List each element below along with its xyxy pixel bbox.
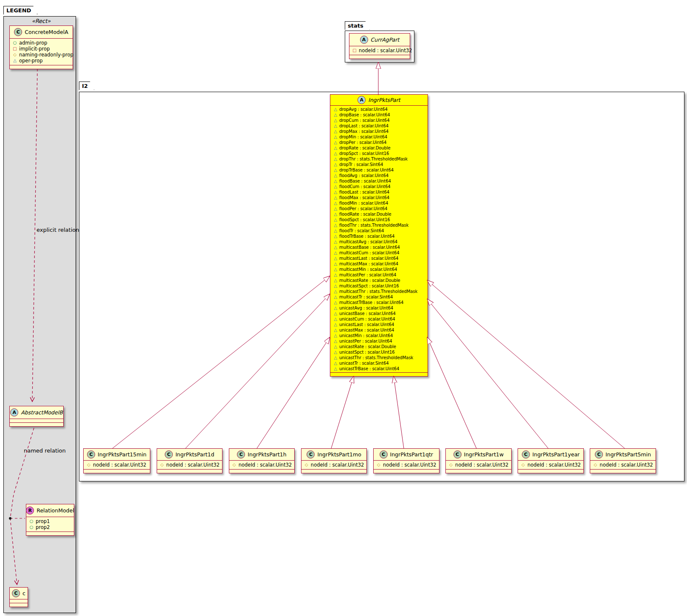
attribute-text: multicastThr : stats.ThresholdedMask bbox=[339, 289, 417, 294]
attribute-row: △ floodTr : scalar.Sint64 bbox=[330, 228, 428, 233]
attribute-text: floodMin : scalar.Uint64 bbox=[339, 200, 388, 206]
attribute-text: multicastRate : scalar.Double bbox=[339, 278, 400, 283]
attribute-compartment: ○ admin-prop □ implicit-prop ◇ naming-re… bbox=[10, 38, 73, 65]
class-name: IngrPktsPart15min bbox=[98, 451, 146, 458]
attribute-row: △ unicastTrBase : scalar.Uint64 bbox=[330, 366, 428, 371]
attribute-text: floodPer : scalar.Uint64 bbox=[339, 206, 387, 211]
class-title: R RelationModel bbox=[26, 504, 74, 517]
triangle-visibility-icon: △ bbox=[333, 295, 338, 299]
class-name: IngrPktsPart1h bbox=[248, 451, 286, 458]
square-visibility-icon: □ bbox=[352, 48, 357, 53]
attribute-compartment bbox=[10, 419, 63, 422]
class-name: CurrAgPart bbox=[371, 37, 400, 43]
attribute-row: □ nodeId : scalar.Uint32 bbox=[349, 48, 410, 53]
triangle-visibility-icon: △ bbox=[333, 312, 338, 316]
attribute-row: ◇ nodeId : scalar.Uint32 bbox=[374, 462, 439, 468]
triangle-visibility-icon: △ bbox=[333, 201, 338, 205]
method-compartment bbox=[10, 65, 73, 69]
attribute-compartment: ○ prop1 ○ prop2 bbox=[26, 517, 74, 532]
attribute-text: unicastThr : stats.ThresholdedMask bbox=[339, 355, 413, 360]
class-name: AbstractModelB bbox=[21, 409, 63, 416]
class-title: A AbstractModelB bbox=[10, 406, 63, 419]
triangle-visibility-icon: △ bbox=[333, 179, 338, 183]
attribute-row: △ multicastPer : scalar.Uint64 bbox=[330, 272, 428, 278]
class-title: C IngrPktsPart15min bbox=[84, 449, 150, 460]
class-spot-icon: C bbox=[237, 450, 245, 458]
attribute-row: △ floodAvg : scalar.Uint64 bbox=[330, 173, 428, 178]
triangle-visibility-icon: △ bbox=[333, 240, 338, 244]
attribute-text: multicastLast : scalar.Uint64 bbox=[339, 256, 398, 261]
attribute-row: △ multicastRate : scalar.Double bbox=[330, 278, 428, 283]
attribute-text: floodThr : stats.ThresholdedMask bbox=[339, 222, 408, 228]
attribute-row: △ unicastMax : scalar.Uint64 bbox=[330, 327, 428, 333]
triangle-visibility-icon: △ bbox=[333, 174, 338, 178]
attribute-compartment: ◇ nodeId : scalar.Uint32 bbox=[374, 460, 439, 469]
child-class-box: C IngrPktsPart1qtr ◇ nodeId : scalar.Uin… bbox=[373, 448, 439, 473]
attribute-text: nodeId : scalar.Uint32 bbox=[455, 462, 509, 468]
class-name: IngrPktsPart1qtr bbox=[390, 451, 433, 458]
attribute-row: △ floodTrBase : scalar.Uint64 bbox=[330, 233, 428, 239]
triangle-visibility-icon: △ bbox=[333, 196, 338, 200]
legend-package-tab: LEGEND bbox=[3, 6, 37, 14]
attribute-row: △ multicastAvg : scalar.Uint64 bbox=[330, 239, 428, 245]
attribute-text: dropSpct : scalar.Uint16 bbox=[339, 151, 389, 156]
class-name: IngrPktsPart1w bbox=[464, 451, 504, 458]
class-spot-icon: C bbox=[307, 450, 315, 458]
attribute-text: floodSpct : scalar.Uint16 bbox=[339, 217, 390, 222]
attribute-text: nodeId : scalar.Uint32 bbox=[166, 462, 220, 468]
attribute-row: △ unicastAvg : scalar.Uint64 bbox=[330, 305, 428, 311]
attribute-row: △ unicastThr : stats.ThresholdedMask bbox=[330, 355, 428, 360]
attribute-text: multicastMin : scalar.Uint64 bbox=[339, 267, 397, 272]
triangle-visibility-icon: △ bbox=[333, 168, 338, 172]
method-compartment bbox=[84, 469, 150, 473]
attribute-row: ◇ nodeId : scalar.Uint32 bbox=[446, 462, 511, 468]
attribute-text: dropPer : scalar.Uint64 bbox=[339, 140, 386, 145]
attribute-text: naming-readonly-prop bbox=[19, 52, 73, 58]
attribute-text: floodLast : scalar.Uint64 bbox=[339, 189, 389, 195]
attribute-row: △ multicastLast : scalar.Uint64 bbox=[330, 256, 428, 261]
class-spot-icon: C bbox=[522, 450, 530, 458]
attribute-text: multicastPer : scalar.Uint64 bbox=[339, 272, 396, 278]
triangle-visibility-icon: △ bbox=[333, 273, 338, 277]
attribute-row: △ dropThr : stats.ThresholdedMask bbox=[330, 156, 428, 162]
attribute-row: △ oper-prop bbox=[10, 58, 73, 64]
attribute-row: △ multicastBase : scalar.Uint64 bbox=[330, 245, 428, 250]
method-compartment bbox=[374, 469, 439, 473]
attribute-row: ◇ nodeId : scalar.Uint32 bbox=[590, 462, 656, 468]
triangle-visibility-icon: △ bbox=[333, 141, 338, 145]
circle-visibility-icon: ○ bbox=[29, 519, 34, 523]
attribute-row: ○ prop1 bbox=[26, 518, 74, 524]
attribute-row: △ multicastThr : stats.ThresholdedMask bbox=[330, 289, 428, 294]
attribute-text: floodAvg : scalar.Uint64 bbox=[339, 173, 389, 178]
triangle-visibility-icon: △ bbox=[333, 107, 338, 112]
method-compartment bbox=[301, 469, 367, 473]
abstract-spot-icon: A bbox=[360, 36, 368, 44]
method-compartment bbox=[229, 469, 295, 473]
attribute-text: floodMax : scalar.Uint64 bbox=[339, 195, 389, 200]
triangle-visibility-icon: △ bbox=[333, 328, 338, 332]
attribute-row: ◇ nodeId : scalar.Uint32 bbox=[301, 462, 367, 468]
class-title: A IngrPktsPart bbox=[330, 95, 428, 105]
attribute-row: △ unicastMin : scalar.Uint64 bbox=[330, 333, 428, 338]
attribute-row: ◇ nodeId : scalar.Uint32 bbox=[157, 462, 222, 468]
method-compartment bbox=[349, 55, 410, 59]
attribute-row: △ floodSpct : scalar.Uint16 bbox=[330, 217, 428, 222]
diamond-visibility-icon: ◇ bbox=[376, 463, 381, 467]
attribute-row: ◇ nodeId : scalar.Uint32 bbox=[229, 462, 295, 468]
abstract-spot-icon: A bbox=[358, 96, 366, 104]
method-compartment bbox=[590, 469, 656, 473]
method-compartment bbox=[10, 422, 63, 426]
attribute-text: unicastSpct : scalar.Uint16 bbox=[339, 349, 395, 355]
attribute-text: multicastSpct : scalar.Uint16 bbox=[339, 283, 399, 289]
triangle-visibility-icon: △ bbox=[333, 207, 338, 211]
attribute-text: unicastCum : scalar.Uint64 bbox=[339, 316, 395, 322]
class-concrete-model-a: C ConcreteModelA ○ admin-prop □ implicit… bbox=[9, 25, 73, 69]
class-title: C IngrPktsPart1mo bbox=[301, 449, 367, 460]
triangle-visibility-icon: △ bbox=[333, 267, 338, 272]
diamond-visibility-icon: ◇ bbox=[86, 463, 91, 467]
method-compartment bbox=[26, 532, 74, 535]
attribute-text: floodCum : scalar.Uint64 bbox=[339, 184, 390, 189]
attribute-text: nodeId : scalar.Uint32 bbox=[383, 462, 436, 468]
triangle-visibility-icon: △ bbox=[333, 229, 338, 233]
child-class-box: C IngrPktsPart1d ◇ nodeId : scalar.Uint3… bbox=[157, 448, 223, 473]
